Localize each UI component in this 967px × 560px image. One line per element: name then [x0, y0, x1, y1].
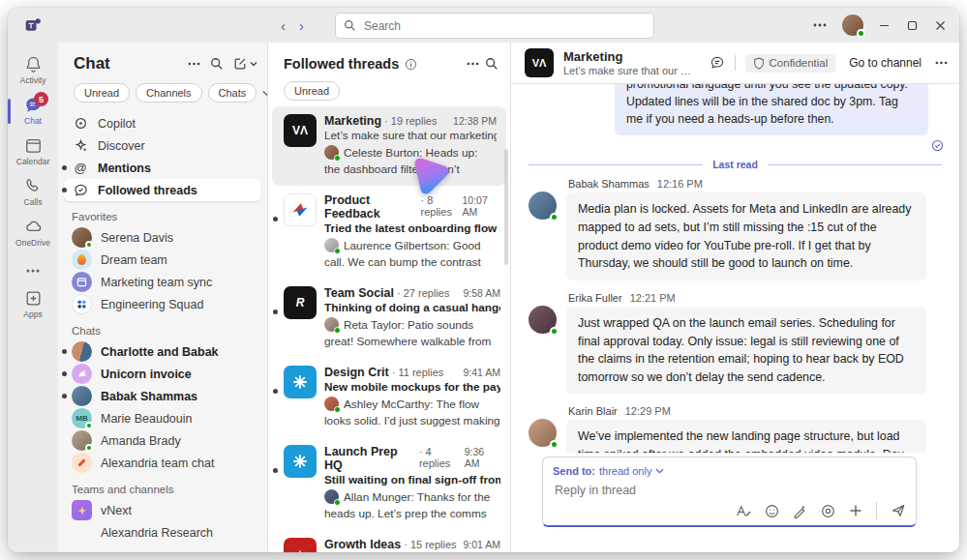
unread-dot — [273, 468, 278, 473]
rail-item-activity[interactable]: Activity — [8, 50, 58, 91]
attach-plus-icon[interactable] — [849, 504, 862, 517]
sidebar-item-unicorn-invoice[interactable]: Unicorn invoice — [64, 363, 261, 385]
forward-icon[interactable]: › — [299, 18, 304, 33]
avatar — [529, 419, 557, 447]
close-button[interactable] — [935, 20, 946, 31]
threads-more-icon[interactable] — [467, 62, 479, 66]
sensitivity-label[interactable]: Confidential — [745, 54, 836, 73]
mentions-icon: @ — [72, 161, 89, 175]
go-to-channel-button[interactable]: Go to channel — [845, 56, 925, 70]
presence-indicator — [550, 213, 559, 221]
new-chat-icon[interactable] — [233, 57, 257, 71]
thread-item-marketing[interactable]: VΛ Marketing· 19 replies12:38 PM Let’s m… — [272, 106, 506, 186]
thread-conversation-panel: VΛ Marketing Let’s make sure that our ma… — [511, 43, 959, 552]
maximize-button[interactable] — [907, 20, 918, 31]
presence-indicator — [334, 155, 341, 162]
back-icon[interactable]: ‹ — [281, 18, 286, 33]
section-favorites: Favorites — [64, 201, 261, 226]
threads-search-icon[interactable] — [485, 57, 499, 71]
sidebar-item-discover[interactable]: Discover — [64, 134, 261, 157]
sidebar-item-marie-beaudouin[interactable]: MB Marie Beaudouin — [64, 407, 261, 429]
avatar — [72, 250, 92, 270]
filter-chats[interactable]: Chats — [208, 83, 257, 103]
avatar — [324, 397, 339, 411]
sidebar-item-engineering-squad[interactable]: Engineering Squad — [64, 293, 261, 315]
avatar — [72, 294, 92, 314]
send-icon[interactable] — [891, 503, 906, 518]
sidebar-item-marketing-team-sync[interactable]: Marketing team sync — [64, 271, 261, 293]
message: Karin Blair12:29 PM We’ve implemented th… — [529, 403, 942, 453]
sparkle-icon — [77, 506, 87, 516]
send-to-selector[interactable]: Send to: thread only — [553, 465, 906, 477]
sidebar-item-followed-threads[interactable]: Followed threads — [64, 179, 261, 201]
sidebar-item-babak-shammas[interactable]: Babak Shammas — [64, 385, 261, 407]
rail-item-onedrive[interactable]: OneDrive — [8, 213, 58, 253]
rail-more-icon[interactable] — [26, 269, 40, 273]
followed-threads-icon — [72, 183, 89, 197]
section-teams-and-channels: Teams and channels — [64, 474, 261, 499]
info-icon[interactable] — [405, 58, 417, 71]
avatar — [72, 364, 92, 384]
scrollbar[interactable] — [504, 149, 508, 265]
divider — [735, 55, 736, 71]
user-avatar[interactable] — [842, 15, 863, 36]
minimize-button[interactable] — [879, 20, 890, 31]
conversation-more-icon[interactable] — [935, 61, 948, 65]
teams-logo-icon — [23, 15, 45, 36]
emoji-icon[interactable] — [765, 504, 779, 518]
rail-item-chat[interactable]: Chat 5 — [8, 91, 58, 132]
threads-view-icon[interactable] — [710, 55, 725, 71]
threads-filter-unread[interactable]: Unread — [284, 81, 340, 101]
thread-item-growth-ideas[interactable]: Growth Ideas· 15 replies9:01 AM What if … — [268, 530, 510, 552]
sidebar-item-vnext[interactable]: vNext — [64, 499, 261, 521]
chat-more-icon[interactable] — [188, 62, 200, 66]
rail-item-apps[interactable]: Apps — [8, 284, 58, 325]
teams-window: ‹ › Activity Chat 5 — [8, 8, 959, 552]
filter-unread[interactable]: Unread — [74, 83, 130, 103]
presence-indicator — [85, 241, 93, 249]
copilot-icon — [72, 116, 89, 131]
thread-item-launch-prep-hq[interactable]: Launch Prep HQ· 4 replies9:36 AM Still w… — [268, 437, 510, 530]
presence-indicator — [857, 29, 865, 38]
global-search[interactable] — [335, 13, 654, 39]
message-bubble: promotional language until you see the u… — [615, 84, 928, 135]
last-read-divider: Last read — [529, 159, 942, 170]
sidebar-item-serena-davis[interactable]: Serena Davis — [64, 226, 261, 249]
format-icon[interactable] — [736, 504, 751, 518]
loop-icon[interactable] — [821, 504, 835, 518]
unicorn-icon — [77, 369, 87, 379]
rail-item-calls[interactable]: Calls — [8, 172, 58, 213]
bell-icon — [24, 55, 43, 74]
sidebar-item-charlotte-and-babak[interactable]: Charlotte and Babak — [64, 340, 261, 363]
sidebar-item-alexandria-research[interactable]: Alexandria Research — [64, 521, 261, 544]
thread-item-design-crit[interactable]: Design Crit· 11 replies9:41 AM New mobil… — [268, 358, 510, 437]
channel-logo: VΛ — [525, 48, 554, 77]
sidebar-item-alexandria-team-chat[interactable]: Alexandria team chat — [64, 452, 261, 474]
channel-logo — [284, 538, 317, 552]
sidebar-item-amanda-brady[interactable]: Amanda Brady — [64, 429, 261, 452]
sidebar-item-mentions[interactable]: @ Mentions — [64, 157, 261, 179]
reply-input[interactable] — [553, 483, 910, 498]
search-input[interactable] — [362, 18, 646, 34]
sidebar-item-copilot[interactable]: Copilot — [64, 112, 261, 134]
copilot-rewrite-icon[interactable] — [793, 504, 807, 518]
channel-logo — [284, 445, 317, 478]
chat-search-icon[interactable] — [210, 57, 224, 71]
thread-item-product-feedback[interactable]: Product Feedback· 8 replies10:07 AM Trie… — [268, 186, 510, 279]
own-message: promotional language until you see the u… — [529, 84, 942, 152]
presence-indicator — [334, 499, 341, 506]
reply-composer[interactable]: Send to: thread only — [542, 457, 917, 527]
avatar — [324, 317, 339, 332]
filter-channels[interactable]: Channels — [136, 83, 201, 103]
sidebar-item-dream-team[interactable]: Dream team — [64, 249, 261, 271]
unread-dot — [62, 371, 67, 376]
avatar — [72, 430, 92, 451]
message-bubble: Media plan is locked. Assets for Meta an… — [566, 192, 926, 280]
unread-dot — [62, 349, 67, 354]
rail-item-calendar[interactable]: Calendar — [8, 132, 58, 172]
message-list[interactable]: promotional language until you see the u… — [511, 84, 959, 453]
thread-item-team-social[interactable]: R Team Social· 27 replies9:58 AM Thinkin… — [268, 279, 510, 358]
titlebar-more-icon[interactable] — [813, 23, 827, 27]
message-bubble: We’ve implemented the new landing page s… — [566, 420, 926, 453]
unread-dot — [62, 188, 67, 192]
